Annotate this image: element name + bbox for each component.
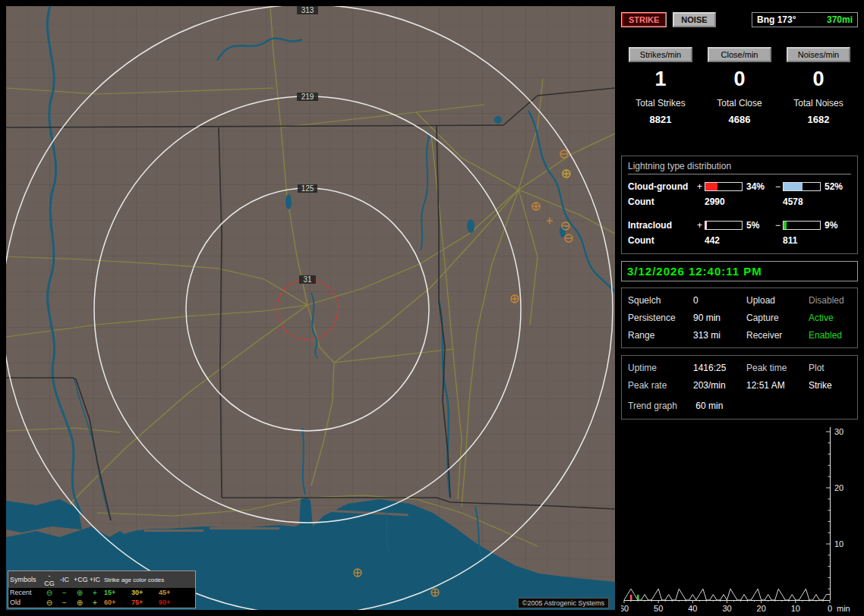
session-stats: Uptime 1416:25 Peak time Plot Peak rate …	[621, 355, 858, 420]
svg-text:0: 0	[828, 604, 832, 613]
ic-pos-bar	[705, 221, 743, 230]
noises-column: Noises/min 0 Total Noises 1682	[779, 47, 858, 125]
legend-recent-label: Recent	[8, 588, 42, 598]
cg-pos-old-icon: ⊕	[72, 598, 87, 608]
trend-graph-label: Trend graph	[628, 401, 693, 411]
ic-count-label: Count	[628, 235, 695, 246]
trend-chart-svg: 1020306050403020100min	[621, 421, 859, 616]
svg-text:30: 30	[722, 604, 731, 613]
capture-status: Active	[809, 313, 851, 323]
ic-pos-bar-fill	[705, 222, 707, 229]
svg-text:60: 60	[621, 604, 629, 613]
strike-marker-cg-pos	[354, 569, 361, 577]
total-close-value: 4686	[700, 114, 779, 125]
ic-pos-pct: 5%	[743, 220, 773, 231]
ring-label-125: 125	[301, 184, 314, 193]
age-60: 60+	[102, 598, 130, 608]
noise-mode-button[interactable]: NOISE	[673, 12, 715, 27]
lightning-distribution: Lightning type distribution Cloud-ground…	[621, 156, 858, 254]
bearing-value: Bng 173°	[757, 14, 796, 25]
squelch-label: Squelch	[628, 295, 693, 306]
ic-neg-bar	[783, 221, 821, 230]
plus-sign: +	[695, 181, 705, 192]
age-90: 90+	[157, 598, 184, 608]
ring-label-219: 219	[301, 93, 314, 101]
upload-label: Upload	[746, 295, 809, 306]
svg-text:10: 10	[791, 604, 800, 613]
receiver-label: Receiver	[746, 330, 809, 341]
rate-counters: Strikes/min 1 Total Strikes 8821 Close/m…	[621, 47, 858, 125]
mode-toolbar: STRIKE NOISE Bng 173° 370mi	[621, 11, 858, 29]
strike-marker-cg-pos	[431, 589, 439, 596]
range-label: Range	[628, 330, 693, 341]
datetime-display: 3/12/2026 12:40:11 PM	[621, 261, 858, 281]
cg-pos-bar-fill	[705, 183, 717, 190]
squelch-value: 0	[693, 295, 746, 306]
svg-text:20: 20	[757, 604, 766, 613]
svg-text:50: 50	[654, 604, 663, 613]
total-close-label: Total Close	[700, 98, 779, 108]
peak-time-label: Peak time	[746, 363, 809, 373]
strikes-column: Strikes/min 1 Total Strikes 8821	[621, 47, 700, 125]
minus-sign: −	[773, 220, 783, 231]
cg-neg-old-icon: ⊖	[42, 598, 57, 608]
legend-old-label: Old	[8, 598, 42, 608]
strike-mode-button[interactable]: STRIKE	[621, 12, 667, 27]
close-per-min-button[interactable]: Close/min	[708, 47, 771, 62]
map-legend: Symbols -CG -IC +CG +IC Strike age color…	[8, 570, 196, 608]
cg-neg-pct: 52%	[821, 181, 848, 192]
ic-neg-count: 811	[783, 235, 848, 246]
range-value: 313 mi	[693, 330, 746, 341]
legend-symbols-title: Symbols	[8, 575, 42, 584]
close-per-min-value: 0	[700, 68, 779, 91]
cg-neg-count: 4578	[783, 196, 848, 207]
trend-graph-row: Trend graph 60 min	[628, 401, 851, 411]
strike-marker-cg-pos	[563, 170, 570, 178]
legend-col-cg-neg: -CG	[42, 571, 57, 588]
age-15: 15+	[102, 588, 130, 598]
peak-time-value: 12:51 AM	[746, 380, 809, 391]
svg-text:10: 10	[834, 539, 844, 548]
intracloud-label: Intracloud	[628, 220, 695, 231]
cg-neg-recent-icon: ⊖	[42, 588, 57, 598]
cg-neg-bar-fill	[784, 183, 803, 190]
ring-label-313: 313	[301, 6, 314, 14]
strikes-per-min-button[interactable]: Strikes/min	[629, 47, 692, 62]
strike-marker-cg-pos	[532, 203, 540, 210]
map-svg: 313 219 125 31	[6, 6, 615, 610]
cg-pos-recent-icon: ⊕	[72, 588, 87, 598]
total-strikes-value: 8821	[621, 114, 700, 125]
cloud-ground-label: Cloud-ground	[628, 181, 695, 192]
uptime-value: 1416:25	[693, 363, 746, 373]
trend-graph-value: 60 min	[695, 401, 723, 411]
svg-text:20: 20	[834, 483, 844, 492]
bearing-display: Bng 173° 370mi	[752, 12, 858, 27]
strikes-per-min-value: 1	[621, 68, 700, 91]
noises-per-min-value: 0	[779, 68, 858, 91]
peak-rate-value: 203/min	[693, 380, 746, 391]
svg-text:30: 30	[834, 427, 844, 436]
ic-neg-recent-icon: −	[57, 588, 72, 598]
upload-status: Disabled	[809, 295, 851, 306]
persistence-label: Persistence	[628, 313, 693, 323]
legend-col-ic-neg: -IC	[57, 575, 72, 584]
legend-row-recent: Recent ⊖ − ⊕ + 15+ 30+ 45+	[8, 588, 195, 598]
total-strikes-label: Total Strikes	[621, 98, 700, 108]
age-75: 75+	[130, 598, 157, 608]
uptime-label: Uptime	[628, 363, 693, 373]
noises-per-min-button[interactable]: Noises/min	[787, 47, 850, 62]
close-column: Close/min 0 Total Close 4686	[700, 47, 779, 125]
ring-label-31: 31	[303, 275, 312, 284]
distribution-title: Lightning type distribution	[628, 161, 851, 174]
minus-sign: −	[773, 181, 783, 192]
legend-row-old: Old ⊖ − ⊕ + 60+ 75+ 90+	[8, 598, 195, 608]
peak-rate-label: Peak rate	[628, 380, 693, 391]
plot-label: Plot	[809, 363, 851, 373]
ic-pos-old-icon: +	[87, 598, 102, 608]
persistence-value: 90 min	[693, 313, 746, 323]
cg-pos-count: 2990	[705, 196, 773, 207]
capture-label: Capture	[746, 313, 809, 323]
legend-age-title: Strike age color codes	[102, 576, 184, 584]
age-45: 45+	[157, 588, 184, 598]
cg-neg-bar	[783, 182, 821, 191]
